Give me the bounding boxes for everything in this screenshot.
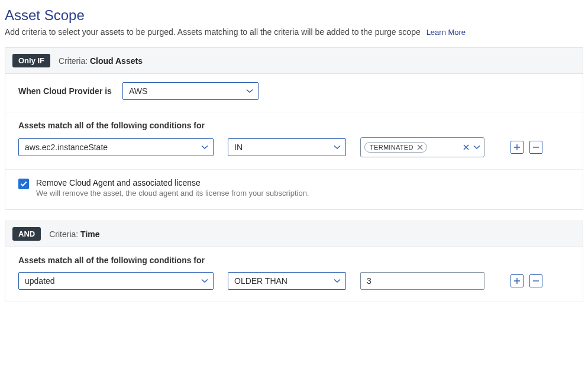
conditions-title: Assets match all of the following condit…	[18, 255, 570, 265]
page-description: Add criteria to select your assets to be…	[5, 27, 583, 37]
condition-value-multiselect[interactable]: TERMINATED	[360, 137, 484, 157]
chevron-down-icon	[334, 279, 341, 283]
remove-agent-section: Remove Cloud Agent and associated licens…	[5, 170, 583, 209]
cloud-provider-select[interactable]: AWS	[122, 82, 259, 100]
condition-operator-select[interactable]: IN	[228, 138, 346, 156]
criteria-header: AND Criteria: Time	[5, 221, 583, 247]
only-if-badge: Only IF	[12, 54, 50, 67]
condition-value-input[interactable]	[360, 272, 484, 290]
criteria-name: Cloud Assets	[90, 56, 143, 66]
criteria-label: Criteria: Cloud Assets	[59, 56, 143, 66]
condition-row: updated OLDER THAN	[18, 272, 570, 290]
conditions-section: Assets match all of the following condit…	[5, 247, 583, 302]
remove-condition-button[interactable]	[529, 274, 542, 287]
criteria-label: Criteria: Time	[49, 229, 99, 239]
cloud-provider-value: AWS	[129, 86, 147, 96]
cloud-provider-label: When Cloud Provider is	[18, 86, 112, 96]
condition-actions	[511, 141, 542, 154]
conditions-section: Assets match all of the following condit…	[5, 112, 583, 170]
condition-operator-value: OLDER THAN	[234, 276, 287, 286]
criteria-prefix: Criteria:	[59, 56, 88, 66]
criteria-header: Only IF Criteria: Cloud Assets	[5, 48, 583, 74]
add-condition-button[interactable]	[511, 274, 524, 287]
remove-cloud-agent-checkbox[interactable]	[18, 179, 29, 189]
and-badge: AND	[12, 227, 41, 241]
remove-tag-button[interactable]	[417, 144, 423, 150]
page-description-text: Add criteria to select your assets to be…	[5, 27, 421, 37]
learn-more-link[interactable]: Learn More	[427, 28, 466, 37]
chevron-down-icon	[201, 279, 208, 283]
remove-cloud-agent-label: Remove Cloud Agent and associated licens…	[36, 178, 309, 187]
page-title: Asset Scope	[5, 7, 583, 24]
condition-operator-select[interactable]: OLDER THAN	[228, 272, 346, 290]
conditions-title: Assets match all of the following condit…	[18, 121, 570, 130]
condition-field-select[interactable]: updated	[18, 272, 214, 290]
value-tag-label: TERMINATED	[370, 144, 413, 151]
provider-section: When Cloud Provider is AWS	[5, 74, 583, 112]
condition-row: aws.ec2.instanceState IN TERMINATED	[18, 137, 570, 157]
value-tag-terminated: TERMINATED	[364, 142, 427, 153]
clear-all-button[interactable]	[463, 144, 470, 151]
remove-cloud-agent-sublabel: We will remove the asset, the cloud agen…	[36, 189, 309, 198]
remove-condition-button[interactable]	[529, 141, 542, 154]
condition-operator-value: IN	[234, 143, 243, 152]
chevron-down-icon	[201, 145, 208, 150]
criteria-block-cloud-assets: Only IF Criteria: Cloud Assets When Clou…	[5, 47, 583, 210]
criteria-prefix: Criteria:	[49, 229, 78, 239]
chevron-down-icon[interactable]	[473, 145, 480, 150]
criteria-name: Time	[80, 229, 99, 239]
chevron-down-icon	[334, 145, 341, 150]
condition-actions	[511, 274, 542, 287]
condition-field-value: updated	[25, 276, 55, 286]
condition-field-select[interactable]: aws.ec2.instanceState	[18, 138, 214, 156]
add-condition-button[interactable]	[511, 141, 524, 154]
condition-field-value: aws.ec2.instanceState	[25, 143, 108, 152]
criteria-block-time: AND Criteria: Time Assets match all of t…	[5, 221, 583, 302]
chevron-down-icon	[246, 89, 253, 93]
